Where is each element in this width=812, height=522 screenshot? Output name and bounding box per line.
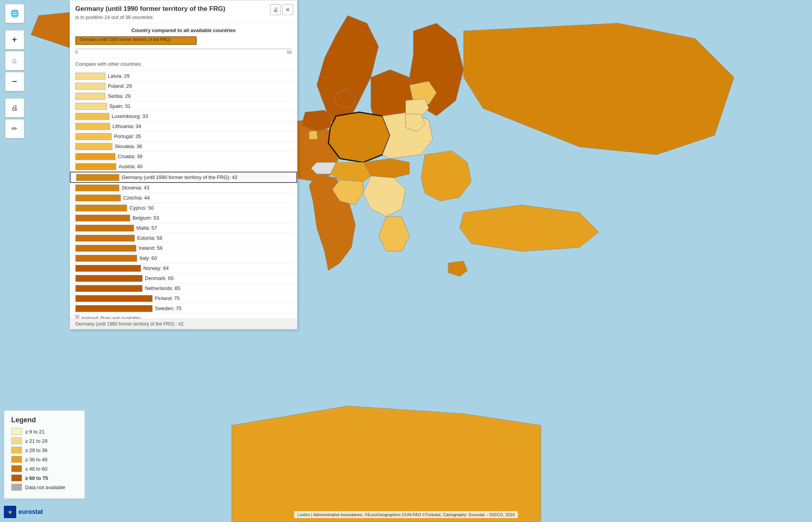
country-swatch — [75, 215, 130, 222]
country-swatch — [75, 153, 116, 160]
compare-label: Compare with other countries — [75, 61, 292, 67]
legend-color-swatch — [11, 456, 22, 463]
legend-item-label: ≥ 60 to 75 — [25, 475, 48, 481]
country-list-item[interactable]: Norway: 64 — [70, 263, 297, 273]
panel-close-button[interactable]: ✕ — [282, 4, 293, 15]
country-list-item[interactable]: Slovakia: 36 — [70, 142, 297, 152]
panel-header: Germany (until 1990 former territory of … — [70, 0, 297, 24]
country-list-item[interactable]: Netherlands: 65 — [70, 283, 297, 293]
country-name: Portugal: 35 — [112, 133, 297, 140]
legend-items: ≥ 9 to 21≥ 21 to 29≥ 29 to 36≥ 36 to 46≥… — [11, 428, 78, 491]
attribution-text: | Administrative boundaries: ©EuroGeogra… — [311, 512, 515, 517]
legend-item: ≥ 21 to 29 — [11, 437, 78, 444]
country-swatch — [75, 295, 153, 302]
legend-item-label: Data not available — [25, 484, 65, 490]
country-list-item[interactable]: Denmark: 65 — [70, 273, 297, 283]
country-list-item[interactable]: Slovenia: 43 — [70, 183, 297, 193]
country-swatch — [75, 184, 119, 191]
country-swatch — [75, 93, 105, 100]
legend-color-swatch — [11, 447, 22, 454]
country-name: Ireland: 59 — [136, 244, 297, 252]
panel-print-button[interactable]: 🖨 — [270, 4, 281, 15]
country-name: Lithuania: 34 — [110, 123, 297, 130]
country-name: Netherlands: 65 — [143, 285, 297, 292]
country-swatch — [75, 245, 136, 252]
legend-item: ≥ 60 to 75 — [11, 474, 78, 481]
country-name: Iceland: Data not available — [79, 315, 297, 319]
country-list-item[interactable]: Serbia: 29 — [70, 91, 297, 101]
country-name: Austria: 40 — [116, 163, 297, 170]
zoom-out-button[interactable]: − — [5, 72, 24, 91]
legend-item: ≥ 36 to 46 — [11, 456, 78, 463]
legend-color-swatch — [11, 465, 22, 472]
pencil-button[interactable]: ✏ — [5, 119, 24, 138]
country-list-item[interactable]: Iceland: Data not available — [70, 314, 297, 319]
country-list-item[interactable]: Lithuania: 34 — [70, 121, 297, 131]
country-list-item[interactable]: Portugal: 35 — [70, 131, 297, 142]
axis-start: 0 — [75, 50, 78, 55]
country-list-item[interactable]: Czechia: 44 — [70, 193, 297, 203]
country-swatch — [75, 194, 121, 201]
country-list-item[interactable]: Luxembourg: 33 — [70, 111, 297, 121]
country-list-item[interactable]: Finland: 75 — [70, 293, 297, 304]
country-swatch — [75, 205, 127, 212]
country-list-item[interactable]: Ireland: 59 — [70, 243, 297, 253]
country-list-item[interactable]: Germany (until 1990 former territory of … — [70, 172, 297, 183]
country-list-item[interactable]: Estonia: 58 — [70, 233, 297, 243]
country-name: Belgium: 53 — [130, 214, 297, 222]
country-swatch — [76, 174, 119, 181]
country-list-item[interactable]: Italy: 60 — [70, 253, 297, 263]
country-name: Slovakia: 36 — [112, 143, 297, 150]
country-list-item[interactable]: Cyprus: 50 — [70, 203, 297, 213]
legend-item-label: ≥ 36 to 46 — [25, 457, 48, 462]
panel-controls: 🖨 ✕ — [270, 4, 293, 15]
compare-section: Compare with other countries — [70, 59, 297, 71]
country-swatch — [75, 123, 110, 130]
legend-color-swatch — [11, 484, 22, 491]
country-name: Spain: 31 — [107, 102, 297, 110]
country-list-item[interactable]: Latvia: 29 — [70, 71, 297, 81]
country-swatch — [75, 103, 107, 110]
country-list-item[interactable]: Sweden: 75 — [70, 304, 297, 314]
country-swatch — [75, 133, 112, 140]
country-list-item[interactable]: Poland: 29 — [70, 81, 297, 91]
country-name: Norway: 64 — [141, 264, 297, 272]
legend-color-swatch — [11, 437, 22, 444]
leaflet-link[interactable]: Leaflet — [297, 512, 310, 517]
chart-label: Country compared to all available countr… — [75, 27, 292, 33]
panel-title: Germany (until 1990 former territory of … — [75, 5, 292, 13]
country-swatch — [75, 225, 134, 232]
country-name: Italy: 60 — [137, 254, 297, 262]
country-swatch — [75, 265, 141, 272]
legend: Legend ≥ 9 to 21≥ 21 to 29≥ 29 to 36≥ 36… — [4, 410, 85, 499]
home-button[interactable]: ⌂ — [5, 51, 24, 70]
legend-item: ≥ 9 to 21 — [11, 428, 78, 435]
eurostat-logo: ★ — [4, 506, 16, 518]
country-list-item[interactable]: Austria: 40 — [70, 162, 297, 172]
country-name: Sweden: 75 — [153, 305, 297, 312]
legend-item-label: ≥ 46 to 60 — [25, 466, 48, 472]
legend-item-label: ≥ 29 to 36 — [25, 447, 48, 453]
country-name: Poland: 29 — [105, 82, 297, 90]
countries-list[interactable]: Latvia: 29Poland: 29Serbia: 29Spain: 31L… — [70, 71, 297, 319]
country-name: Germany (until 1990 former territory of … — [119, 174, 296, 181]
country-list-item[interactable]: Malta: 57 — [70, 223, 297, 233]
bar-label: Germany (until 1990 former territory of … — [80, 37, 170, 42]
country-swatch — [75, 73, 105, 80]
country-name: Cyprus: 50 — [127, 204, 297, 212]
country-swatch — [75, 315, 79, 319]
print-button[interactable]: 🖨 — [5, 98, 24, 118]
country-list-item[interactable]: Spain: 31 — [70, 101, 297, 111]
zoom-in-button[interactable]: + — [5, 30, 24, 49]
country-swatch — [75, 305, 153, 312]
country-name: Czechia: 44 — [121, 194, 297, 201]
globe-button[interactable]: 🌐 — [5, 4, 24, 23]
country-name: Estonia: 58 — [135, 234, 297, 242]
legend-item: ≥ 29 to 36 — [11, 447, 78, 454]
country-list-item[interactable]: Croatia: 39 — [70, 152, 297, 162]
country-name: Finland: 75 — [153, 295, 297, 302]
country-name: Slovenia: 43 — [119, 184, 297, 191]
chart-section: Country compared to all available countr… — [70, 24, 297, 59]
country-list-item[interactable]: Belgium: 53 — [70, 213, 297, 223]
country-name: Serbia: 29 — [105, 92, 297, 100]
